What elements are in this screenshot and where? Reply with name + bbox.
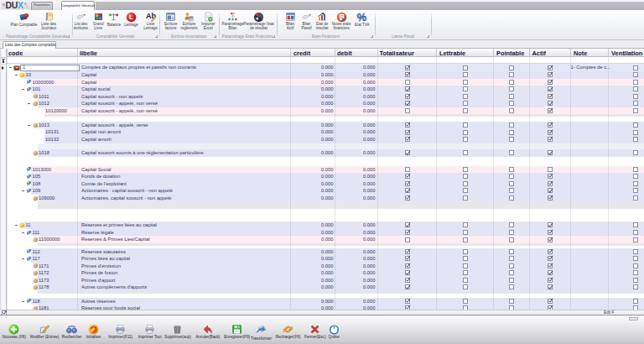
svg-text:L: L — [129, 13, 133, 21]
svg-text:%: % — [357, 12, 367, 23]
